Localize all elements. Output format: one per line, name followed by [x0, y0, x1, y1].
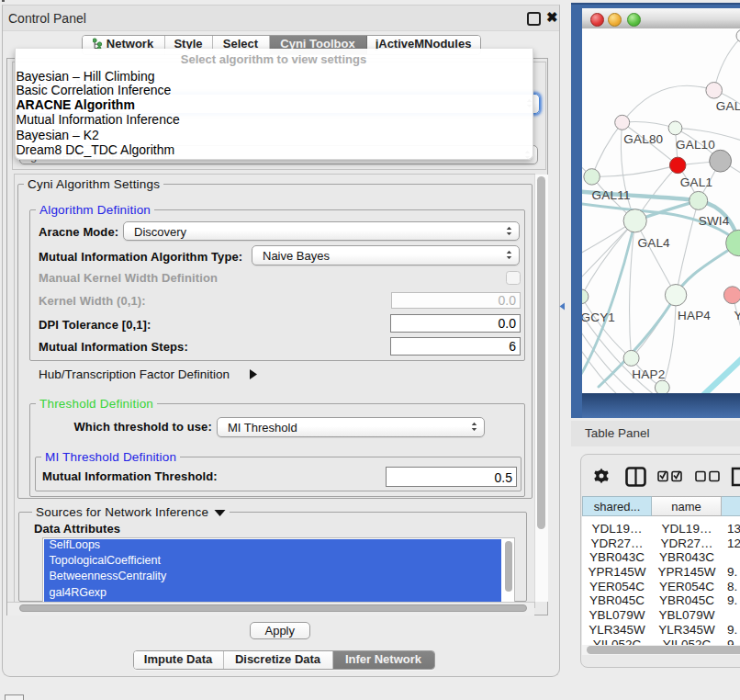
svg-text:GCY1: GCY1 [582, 310, 615, 324]
svg-text:HAP2: HAP2 [632, 367, 665, 381]
svg-text:GAL4: GAL4 [638, 236, 671, 250]
svg-text:GAL2: GAL2 [716, 99, 740, 113]
svg-text:GAL80: GAL80 [623, 132, 663, 146]
svg-text:GAL10: GAL10 [676, 138, 715, 152]
svg-text:SWI4: SWI4 [699, 214, 730, 228]
svg-text:GAL1: GAL1 [680, 175, 712, 189]
svg-text:GAL11: GAL11 [592, 188, 631, 202]
svg-text:HAP4: HAP4 [678, 309, 711, 322]
svg-text:YE: YE [734, 309, 740, 322]
